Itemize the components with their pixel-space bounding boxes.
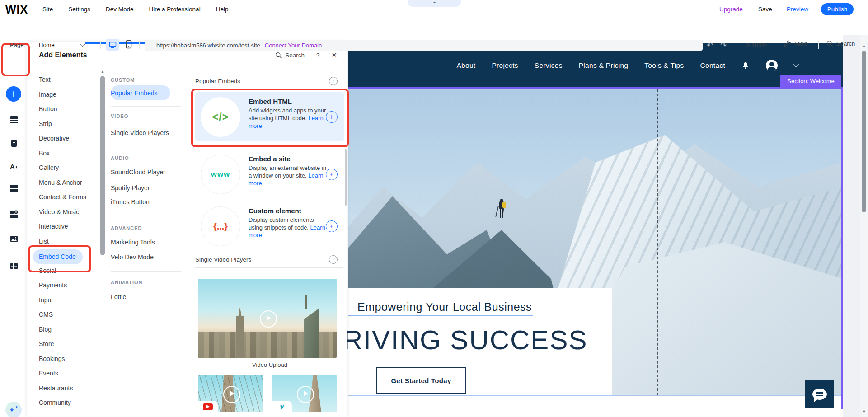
chat-bubble-icon [812,389,827,400]
category-contact-forms[interactable]: Contact & Forms [39,193,98,201]
category-image[interactable]: Image [39,91,98,98]
menu-dev-mode[interactable]: Dev Mode [106,6,134,13]
category-button[interactable]: Button [39,105,98,112]
add-embed-site-button[interactable]: + [326,169,338,180]
section-label[interactable]: Section: Welcome [780,75,841,87]
card-embed-site[interactable]: www Embed a site Display an external web… [195,149,344,199]
category-strip[interactable]: Strip [39,120,98,127]
site-canvas[interactable]: About Projects Services Plans & Pricing … [348,43,843,417]
category-cms[interactable]: CMS [39,311,98,318]
chevron-down-icon[interactable] [793,61,799,67]
tools-button[interactable]: Tools [784,40,807,47]
subcat-single-video-players[interactable]: Single Video Players [111,129,169,136]
category-events[interactable]: Events [39,370,98,377]
category-menu-anchor[interactable]: Menu & Anchor [39,179,98,186]
zoom-out-icon[interactable]: ⊖ [745,42,750,48]
subcat-velo-dev-mode[interactable]: Velo Dev Mode [111,253,154,261]
app-market-icon[interactable] [9,209,19,219]
connect-domain-link[interactable]: Connect Your Domain [265,42,322,49]
grid-guide-line [657,89,658,395]
subcat-marketing-tools[interactable]: Marketing Tools [111,239,155,246]
menu-settings[interactable]: Settings [68,6,90,13]
site-design-icon[interactable]: A [9,162,19,172]
editor-background [843,35,860,417]
category-input[interactable]: Input [39,296,98,304]
category-community[interactable]: Community [39,399,98,406]
pages-icon[interactable] [9,138,19,148]
category-store[interactable]: Store [39,340,98,347]
add-element-button[interactable]: + [6,86,21,102]
category-bookings[interactable]: Bookings [39,355,98,362]
menu-site[interactable]: Site [42,6,53,13]
site-url-bar[interactable]: https://bobasim586.wixsite.com/test-site… [145,40,703,51]
add-custom-element-button[interactable]: + [326,220,338,232]
preview-button[interactable]: Preview [787,6,808,13]
editor-scrollbar-thumb[interactable] [862,51,866,212]
wix-logo[interactable]: WIX [5,3,28,16]
subcat-soundcloud[interactable]: SoundCloud Player [111,169,165,176]
card-custom-element[interactable]: {...} Custom element Display custom elem… [195,201,344,251]
info-icon[interactable]: i [329,77,338,85]
content-manager-icon[interactable] [9,261,19,271]
category-gallery[interactable]: Gallery [39,164,98,171]
mobile-view-button[interactable] [126,40,132,49]
save-button[interactable]: Save [758,6,772,13]
scroll-up-arrow[interactable]: ▲ [862,44,866,48]
info-icon[interactable]: i [329,255,338,264]
hero-kicker[interactable]: Empowering Your Local Business [348,298,533,316]
category-scrollbar-thumb[interactable] [100,76,105,255]
get-started-button[interactable]: Get Started Today [376,367,466,394]
media-icon[interactable] [9,234,19,244]
category-box[interactable]: Box [39,150,98,157]
nav-contact[interactable]: Contact [700,61,725,70]
chat-widget-button[interactable] [805,380,834,408]
subcat-spotify[interactable]: Spotify Player [111,184,150,192]
cards-scrollbar-thumb[interactable] [345,149,347,206]
zoom-control[interactable]: ⊖ 100% [745,42,767,48]
category-blog[interactable]: Blog [39,326,98,333]
nav-services[interactable]: Services [535,61,563,70]
panel-close-button[interactable]: ✕ [331,51,337,59]
video-upload-thumbnail[interactable] [198,279,337,358]
category-scrollbar[interactable]: ▲ [100,70,105,413]
undo-icon[interactable]: ↶ [707,41,713,50]
group-heading-audio: AUDIO [111,155,129,161]
publish-button[interactable]: Publish [821,3,854,15]
category-list[interactable]: List [39,238,98,245]
wrench-icon [784,40,791,47]
hero-title[interactable]: RIVING SUCCESS [343,320,563,360]
subcat-popular-embeds[interactable]: Popular Embeds [111,89,158,97]
scroll-down-arrow[interactable]: ▼ [862,409,866,414]
nav-tools-tips[interactable]: Tools & Tips [644,61,684,70]
ai-assistant-icon[interactable]: ✦✦ [5,402,22,417]
search-label: Search [836,40,855,47]
panel-help-button[interactable]: ? [316,52,320,59]
sections-icon[interactable] [9,114,19,124]
panel-search[interactable]: Search [275,52,305,59]
redo-icon[interactable]: ↷ [720,41,727,50]
avatar[interactable] [766,60,778,71]
collapse-topbar-tab[interactable]: ⌃ [408,0,461,7]
subcat-itunes[interactable]: iTunes Button [111,198,150,206]
subcat-lottie[interactable]: Lottie [111,293,126,300]
menu-hire-professional[interactable]: Hire a Professional [149,6,201,13]
category-interactive[interactable]: Interactive [39,223,98,230]
upgrade-link[interactable]: Upgrade [719,6,743,13]
nav-about[interactable]: About [456,61,475,70]
vimeo-thumbnail[interactable]: v [272,375,337,412]
nav-projects[interactable]: Projects [492,61,518,70]
category-video-music[interactable]: Video & Music [39,208,98,216]
add-panel-icon[interactable] [9,184,19,194]
menu-help[interactable]: Help [216,6,229,13]
nav-plans-pricing[interactable]: Plans & Pricing [579,61,629,70]
category-text[interactable]: Text [39,76,98,83]
wix-editor: About Projects Services Plans & Pricing … [0,0,868,417]
desktop-view-button[interactable] [106,39,119,51]
category-decorative[interactable]: Decorative [39,135,98,142]
category-restaurants[interactable]: Restaurants [39,384,98,392]
youtube-thumbnail[interactable] [198,375,263,412]
bell-icon[interactable] [741,61,750,70]
editor-search-button[interactable]: Search [826,40,855,47]
category-payments[interactable]: Payments [39,281,98,289]
page-selector[interactable]: Home [39,42,55,48]
